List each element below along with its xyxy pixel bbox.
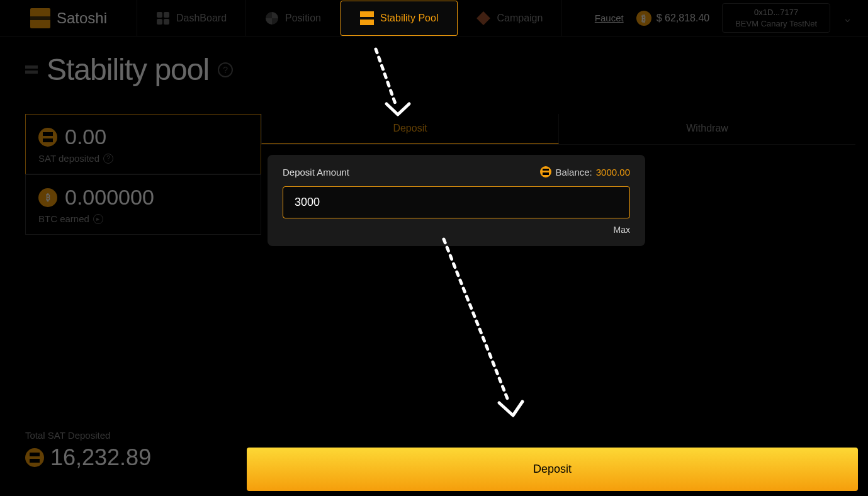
wallet-box[interactable]: 0x1D...7177 BEVM Canary TestNet <box>722 3 830 33</box>
btc-earned-value: 0.000000 <box>65 185 154 210</box>
sat-token-icon <box>38 128 57 147</box>
position-icon <box>265 11 279 25</box>
nav-label: Position <box>285 13 321 24</box>
sat-deposited-value: 0.00 <box>65 125 106 149</box>
sat-deposited-label: SAT deposited <box>38 153 99 164</box>
main-panel: Deposit Withdraw Deposit Amount Balance:… <box>261 114 855 246</box>
price-value: $ 62,818.40 <box>657 13 710 24</box>
header: Satoshi DashBoard Position Stability Poo… <box>0 0 868 37</box>
balance-label: Balance: <box>555 167 592 178</box>
wallet-network: BEVM Canary TestNet <box>735 19 817 28</box>
btc-price: ₿ $ 62,818.40 <box>636 11 710 26</box>
max-button[interactable]: Max <box>283 225 630 235</box>
nav-stability-pool[interactable]: Stability Pool <box>341 1 458 36</box>
tab-withdraw[interactable]: Withdraw <box>559 114 855 144</box>
stability-pool-icon <box>360 11 374 25</box>
page-title: Stability pool <box>47 52 209 87</box>
wallet-address: 0x1D...7177 <box>735 8 817 17</box>
faucet-link[interactable]: Faucet <box>595 13 624 23</box>
nav-dashboard[interactable]: DashBoard <box>137 0 246 36</box>
brand-name: Satoshi <box>57 9 107 27</box>
sat-small-icon <box>540 166 551 178</box>
total-value: 16,232.89 <box>50 444 151 471</box>
chevron-down-icon[interactable]: ⌄ <box>843 11 852 25</box>
brand-icon <box>30 8 50 28</box>
nav-label: DashBoard <box>176 13 227 24</box>
play-icon[interactable]: ▸ <box>93 214 103 224</box>
sat-token-icon <box>25 448 44 467</box>
sidebar-stats: 0.00 SAT deposited ? ₿ 0.000000 BTC earn… <box>25 114 261 246</box>
deposit-amount-input[interactable] <box>283 186 630 218</box>
btc-token-icon: ₿ <box>38 188 57 207</box>
help-icon[interactable]: ? <box>218 62 233 77</box>
nav-position[interactable]: Position <box>246 0 341 36</box>
nav-campaign[interactable]: Campaign <box>458 0 562 36</box>
deposit-amount-label: Deposit Amount <box>283 167 349 178</box>
tabs: Deposit Withdraw <box>261 114 855 145</box>
total-label: Total SAT Deposited <box>25 430 151 441</box>
balance-value: 3000.00 <box>596 167 630 178</box>
page-title-wrap: Stability pool ? <box>25 52 868 87</box>
deposit-card: Deposit Amount Balance: 3000.00 Max <box>268 155 645 246</box>
tab-deposit[interactable]: Deposit <box>261 114 559 144</box>
campaign-icon <box>476 11 490 25</box>
info-icon[interactable]: ? <box>103 154 113 164</box>
nav-label: Stability Pool <box>380 13 439 24</box>
nav-label: Campaign <box>497 13 543 24</box>
total-deposit: Total SAT Deposited 16,232.89 <box>25 430 151 471</box>
stat-card-btc: ₿ 0.000000 BTC earned ▸ <box>25 174 261 235</box>
brand[interactable]: Satoshi <box>30 0 137 36</box>
dashboard-icon <box>156 11 170 25</box>
btc-earned-label: BTC earned <box>38 213 89 224</box>
btc-icon: ₿ <box>636 11 651 26</box>
tutorial-arrow-2 <box>434 233 535 428</box>
deposit-button[interactable]: Deposit <box>247 448 858 491</box>
title-icon <box>25 65 38 74</box>
stat-card-sat: 0.00 SAT deposited ? <box>25 114 261 174</box>
